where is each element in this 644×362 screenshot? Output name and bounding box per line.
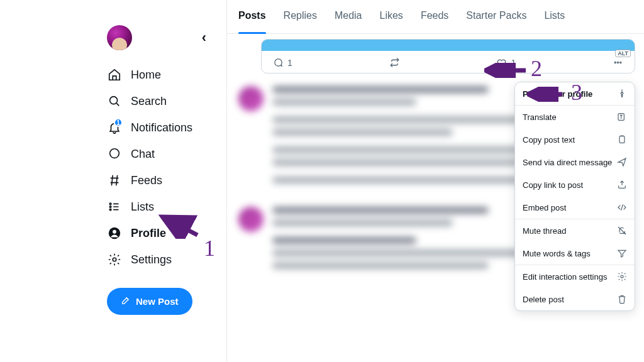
svg-point-7 <box>113 258 116 261</box>
post-image-preview: ALT <box>262 40 635 51</box>
menu-label: Edit interaction settings <box>523 272 607 282</box>
like-button[interactable]: 1 <box>496 57 516 68</box>
clipboard-icon <box>617 134 627 145</box>
sidebar-header: ‹ <box>107 25 226 50</box>
sidebar-item-label: Settings <box>131 253 172 266</box>
sidebar-item-label: Search <box>131 95 167 108</box>
reply-button[interactable]: 1 <box>273 57 292 68</box>
svg-point-8 <box>614 62 616 63</box>
menu-label: Mute words & tags <box>523 249 591 258</box>
like-count: 1 <box>511 58 516 68</box>
menu-label: Translate <box>523 112 557 122</box>
sidebar-item-search[interactable]: Search <box>107 88 226 114</box>
new-post-label: New Post <box>136 296 179 307</box>
sidebar-item-label: Chat <box>131 148 155 161</box>
repost-icon <box>389 57 400 68</box>
search-icon <box>107 94 122 109</box>
svg-point-10 <box>620 62 621 63</box>
share-icon <box>617 180 627 190</box>
menu-label: Copy link to post <box>523 180 583 190</box>
menu-copy-text[interactable]: Copy post text <box>515 128 635 151</box>
tab-likes[interactable]: Likes <box>380 10 403 33</box>
gear-icon <box>617 272 627 282</box>
filter-icon <box>617 248 627 258</box>
sidebar-item-feeds[interactable]: Feeds <box>107 167 226 194</box>
reply-icon <box>273 57 284 68</box>
menu-mute-words[interactable]: Mute words & tags <box>515 242 635 265</box>
sidebar: ‹ Home Search 1 Notifications <box>0 0 226 362</box>
tab-feeds[interactable]: Feeds <box>421 10 448 33</box>
menu-delete[interactable]: Delete post <box>515 288 635 310</box>
gear-icon <box>107 252 122 267</box>
svg-point-9 <box>617 62 618 63</box>
sidebar-item-label: Notifications <box>131 121 192 134</box>
home-icon <box>107 67 122 82</box>
sidebar-item-label: Lists <box>131 200 154 214</box>
hash-icon <box>107 173 122 188</box>
sidebar-item-label: Home <box>131 69 161 82</box>
reply-count: 1 <box>287 58 292 68</box>
svg-point-2 <box>109 203 111 205</box>
svg-point-6 <box>113 230 116 234</box>
tab-media[interactable]: Media <box>335 10 362 33</box>
menu-label: Mute thread <box>523 226 566 236</box>
menu-send-dm[interactable]: Send via direct message <box>515 151 635 173</box>
more-icon <box>613 57 623 68</box>
menu-label: Embed post <box>523 203 566 212</box>
compose-icon <box>121 295 131 307</box>
heart-icon <box>496 57 507 68</box>
avatar[interactable] <box>107 25 132 50</box>
code-icon <box>617 202 627 212</box>
svg-point-0 <box>110 97 118 104</box>
quoted-post-card[interactable]: ALT 1 1 <box>261 39 635 74</box>
sidebar-item-label: Feeds <box>131 174 162 187</box>
menu-pin[interactable]: Pin to your profile <box>515 82 635 105</box>
alt-badge[interactable]: ALT <box>615 50 631 57</box>
svg-point-13 <box>621 275 623 278</box>
more-button[interactable] <box>613 57 623 68</box>
tab-lists[interactable]: Lists <box>544 10 565 33</box>
translate-icon <box>617 112 627 122</box>
post-context-menu: Pin to your profile Translate Copy post … <box>514 82 635 311</box>
chat-icon <box>107 146 122 162</box>
sidebar-item-settings[interactable]: Settings <box>107 246 226 273</box>
new-post-button[interactable]: New Post <box>107 288 192 315</box>
back-chevron-icon[interactable]: ‹ <box>202 30 206 46</box>
sidebar-item-notifications[interactable]: 1 Notifications <box>107 114 226 141</box>
menu-copy-link[interactable]: Copy link to post <box>515 173 635 196</box>
tab-replies[interactable]: Replies <box>284 10 317 33</box>
post-action-bar: 1 1 <box>262 51 635 73</box>
send-icon <box>617 157 627 167</box>
svg-rect-12 <box>619 136 625 143</box>
sidebar-nav: Home Search 1 Notifications Chat <box>107 62 226 273</box>
sidebar-item-chat[interactable]: Chat <box>107 141 226 167</box>
tab-starter-packs[interactable]: Starter Packs <box>466 10 526 33</box>
menu-label: Copy post text <box>523 135 575 145</box>
menu-label: Pin to your profile <box>523 89 592 99</box>
menu-embed[interactable]: Embed post <box>515 196 635 219</box>
notification-badge: 1 <box>114 118 123 127</box>
sidebar-item-lists[interactable]: Lists <box>107 194 226 220</box>
profile-tabs: Posts Replies Media Likes Feeds Starter … <box>227 0 644 34</box>
app-root: ‹ Home Search 1 Notifications <box>0 0 644 362</box>
pin-icon <box>617 89 627 99</box>
trash-icon <box>617 294 627 304</box>
tab-posts[interactable]: Posts <box>238 10 266 33</box>
main-column: Posts Replies Media Likes Feeds Starter … <box>227 0 644 362</box>
sidebar-item-home[interactable]: Home <box>107 62 226 88</box>
svg-point-3 <box>109 206 111 208</box>
mute-icon <box>617 226 627 236</box>
menu-mute-thread[interactable]: Mute thread <box>515 219 635 242</box>
repost-button[interactable] <box>389 57 400 68</box>
menu-label: Send via direct message <box>523 158 612 167</box>
sidebar-item-profile[interactable]: Profile <box>107 220 226 246</box>
profile-icon <box>107 226 122 241</box>
menu-translate[interactable]: Translate <box>515 106 635 128</box>
menu-label: Delete post <box>523 295 564 304</box>
list-icon <box>107 199 122 214</box>
svg-point-4 <box>109 209 111 211</box>
sidebar-item-label: Profile <box>131 227 166 240</box>
menu-interaction-settings[interactable]: Edit interaction settings <box>515 265 635 288</box>
